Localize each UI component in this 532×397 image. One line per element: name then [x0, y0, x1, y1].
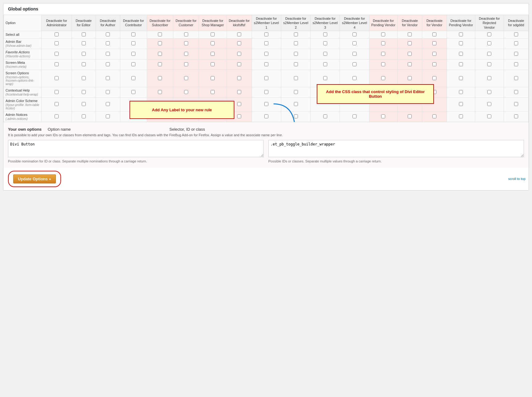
checkbox-select-all-subscriber[interactable]: [158, 32, 162, 36]
checkbox-screen-meta-s2m-l3[interactable]: [323, 62, 327, 66]
checkbox-screen-meta-rejected-vendor[interactable]: [487, 62, 491, 66]
checkbox-ctx-help-sdgddd[interactable]: [514, 90, 518, 94]
checkbox-screen-meta-vendor2[interactable]: [432, 62, 436, 66]
checkbox-screen-meta-pending-vendor2[interactable]: [459, 62, 463, 66]
checkbox-ctx-help-s2m-l2[interactable]: [294, 90, 298, 94]
checkbox-select-all-kksfsffsf[interactable]: [237, 32, 241, 36]
checkbox-admin-bar-editor[interactable]: [82, 41, 86, 45]
checkbox-admin-bar-vendor2[interactable]: [432, 41, 436, 45]
checkbox-color-rejected-vendor[interactable]: [487, 102, 491, 106]
checkbox-screen-options-vendor[interactable]: [408, 76, 412, 80]
checkbox-screen-options-s2m-l3[interactable]: [323, 76, 327, 80]
checkbox-screen-meta-kksfsffsf[interactable]: [237, 62, 241, 66]
checkbox-ctx-help-admin[interactable]: [55, 90, 59, 94]
checkbox-screen-options-vendor2[interactable]: [432, 76, 436, 80]
checkbox-select-all-s2m-l3[interactable]: [323, 32, 327, 36]
checkbox-fav-kksfsffsf[interactable]: [237, 52, 241, 56]
checkbox-screen-meta-contributor[interactable]: [131, 62, 135, 66]
checkbox-notices-kksfsffsf[interactable]: [237, 114, 241, 118]
checkbox-notices-s2m-l3[interactable]: [323, 114, 327, 118]
checkbox-select-all-sdgddd[interactable]: [514, 32, 518, 36]
checkbox-admin-bar-rejected-vendor[interactable]: [487, 41, 491, 45]
scroll-to-top-link[interactable]: scroll to top: [505, 175, 529, 182]
checkbox-select-all-s2m-l4[interactable]: [353, 32, 357, 36]
checkbox-ctx-help-s2m-l1[interactable]: [264, 90, 268, 94]
checkbox-ctx-help-author[interactable]: [106, 90, 110, 94]
checkbox-screen-meta-shop-manager[interactable]: [211, 62, 215, 66]
checkbox-notices-admin[interactable]: [55, 114, 59, 118]
checkbox-fav-pending-vendor2[interactable]: [459, 52, 463, 56]
checkbox-notices-pending-vendor2[interactable]: [459, 114, 463, 118]
checkbox-admin-bar-s2m-l1[interactable]: [264, 41, 268, 45]
checkbox-screen-meta-author[interactable]: [106, 62, 110, 66]
checkbox-ctx-help-editor[interactable]: [82, 90, 86, 94]
checkbox-select-all-contributor[interactable]: [131, 32, 135, 36]
checkbox-select-all-vendor2[interactable]: [432, 32, 436, 36]
option-name-textarea[interactable]: Divi Button: [8, 140, 264, 157]
checkbox-notices-vendor2[interactable]: [432, 114, 436, 118]
checkbox-fav-vendor2[interactable]: [432, 52, 436, 56]
checkbox-select-all-rejected-vendor[interactable]: [487, 32, 491, 36]
checkbox-admin-bar-contributor[interactable]: [131, 41, 135, 45]
checkbox-screen-options-contributor[interactable]: [131, 76, 135, 80]
checkbox-admin-bar-subscriber[interactable]: [158, 41, 162, 45]
checkbox-color-author[interactable]: [106, 102, 110, 106]
checkbox-screen-options-kksfsffsf[interactable]: [237, 76, 241, 80]
update-options-button[interactable]: Update Options »: [13, 174, 56, 183]
checkbox-admin-bar-shop-manager[interactable]: [211, 41, 215, 45]
checkbox-color-sdgddd[interactable]: [514, 102, 518, 106]
checkbox-select-all-author[interactable]: [106, 32, 110, 36]
checkbox-notices-rejected-vendor[interactable]: [487, 114, 491, 118]
checkbox-notices-pending-vendor[interactable]: [381, 114, 385, 118]
checkbox-screen-options-editor[interactable]: [82, 76, 86, 80]
checkbox-ctx-help-subscriber[interactable]: [158, 90, 162, 94]
checkbox-color-editor[interactable]: [82, 102, 86, 106]
selector-textarea[interactable]: .et_pb_toggle_builder_wrapper: [268, 140, 524, 157]
checkbox-notices-s2m-l4[interactable]: [353, 114, 357, 118]
checkbox-select-all-vendor[interactable]: [408, 32, 412, 36]
checkbox-fav-admin[interactable]: [55, 52, 59, 56]
checkbox-admin-bar-author[interactable]: [106, 41, 110, 45]
checkbox-screen-meta-pending-vendor[interactable]: [381, 62, 385, 66]
checkbox-select-all-s2m-l1[interactable]: [264, 32, 268, 36]
checkbox-screen-meta-customer[interactable]: [184, 62, 188, 66]
checkbox-ctx-help-customer[interactable]: [184, 90, 188, 94]
checkbox-notices-sdgddd[interactable]: [514, 114, 518, 118]
checkbox-fav-vendor[interactable]: [408, 52, 412, 56]
checkbox-select-all-customer[interactable]: [184, 32, 188, 36]
checkbox-screen-meta-admin[interactable]: [55, 62, 59, 66]
checkbox-color-s2m-l1[interactable]: [264, 102, 268, 106]
checkbox-admin-bar-s2m-l3[interactable]: [323, 41, 327, 45]
checkbox-ctx-help-rejected-vendor[interactable]: [487, 90, 491, 94]
checkbox-notices-s2m-l1[interactable]: [264, 114, 268, 118]
checkbox-fav-s2m-l3[interactable]: [323, 52, 327, 56]
checkbox-fav-customer[interactable]: [184, 52, 188, 56]
checkbox-select-all-admin[interactable]: [55, 32, 59, 36]
checkbox-color-kksfsffsf[interactable]: [237, 102, 241, 106]
checkbox-select-all-pending-vendor2[interactable]: [459, 32, 463, 36]
checkbox-screen-options-sdgddd[interactable]: [514, 76, 518, 80]
checkbox-admin-bar-admin[interactable]: [55, 41, 59, 45]
checkbox-fav-s2m-l2[interactable]: [294, 52, 298, 56]
checkbox-admin-bar-customer[interactable]: [184, 41, 188, 45]
checkbox-fav-s2m-l1[interactable]: [264, 52, 268, 56]
checkbox-screen-meta-subscriber[interactable]: [158, 62, 162, 66]
checkbox-fav-contributor[interactable]: [131, 52, 135, 56]
checkbox-ctx-help-kksfsffsf[interactable]: [237, 90, 241, 94]
checkbox-color-pending-vendor2[interactable]: [459, 102, 463, 106]
checkbox-screen-options-pending-vendor[interactable]: [381, 76, 385, 80]
checkbox-fav-sdgddd[interactable]: [514, 52, 518, 56]
checkbox-admin-bar-s2m-l2[interactable]: [294, 41, 298, 45]
checkbox-notices-author[interactable]: [106, 114, 110, 118]
checkbox-ctx-help-contributor[interactable]: [131, 90, 135, 94]
checkbox-ctx-help-shop-manager[interactable]: [211, 90, 215, 94]
checkbox-screen-options-s2m-l2[interactable]: [294, 76, 298, 80]
checkbox-screen-options-customer[interactable]: [184, 76, 188, 80]
checkbox-select-all-editor[interactable]: [82, 32, 86, 36]
checkbox-admin-bar-vendor[interactable]: [408, 41, 412, 45]
checkbox-screen-options-s2m-l1[interactable]: [264, 76, 268, 80]
checkbox-select-all-pending-vendor[interactable]: [381, 32, 385, 36]
checkbox-screen-options-pending-vendor2[interactable]: [459, 76, 463, 80]
checkbox-fav-subscriber[interactable]: [158, 52, 162, 56]
checkbox-screen-meta-s2m-l4[interactable]: [353, 62, 357, 66]
